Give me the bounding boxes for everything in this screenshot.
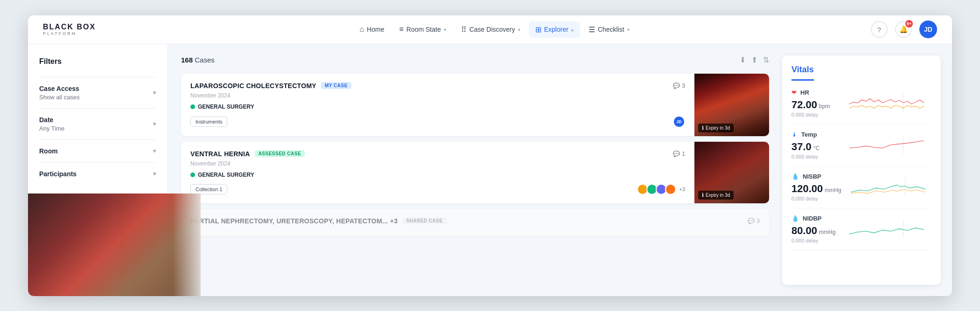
room-state-icon: ≡: [399, 25, 403, 34]
case-thumbnail-2: ℹ Expiry in 3d: [694, 142, 769, 203]
filter-date-value: Any Time: [39, 125, 64, 132]
nidbp-icon: 💧: [791, 215, 799, 222]
nav-checklist[interactable]: ☰ Checklist ▾: [582, 21, 636, 38]
case-comment-2: 💬 1: [673, 151, 685, 157]
temp-unit: °C: [813, 145, 819, 152]
nav-explorer-label: Explorer: [544, 26, 568, 33]
vital-nidbp-header: 💧 NIDBP: [791, 215, 838, 222]
nav-right: ? 🔔 9+ JD: [871, 21, 937, 38]
specialty-label-1: GENERAL SURGERY: [198, 104, 254, 110]
download-button[interactable]: ⬇: [740, 55, 746, 64]
specialty-label-2: GENERAL SURGERY: [198, 172, 254, 178]
nisbp-value: 120.00: [791, 183, 823, 195]
case-tag-instruments: Instruments: [190, 117, 227, 127]
cases-number: 168: [181, 56, 193, 64]
filter-participants-chevron: ▾: [153, 170, 156, 177]
case-badge-1: MY CASE: [321, 82, 351, 89]
vital-nisbp-left: 💧 NISBP 120.00 mmHg 0.000 delay: [791, 173, 841, 201]
temp-delay: 0.000 delay: [791, 154, 838, 159]
nav-home[interactable]: ⌂ Home: [353, 21, 391, 37]
case-avatar-1: JD: [673, 116, 685, 128]
case-card-2[interactable]: VENTRAL HERNIA ASSESSED CASE 💬 1 Novembe…: [181, 142, 769, 203]
cases-header: 168 Cases ⬇ ⬆ ⇅: [181, 55, 769, 64]
filter-room: Room ▾: [39, 139, 156, 162]
nisbp-chart: [845, 178, 931, 196]
cases-actions: ⬇ ⬆ ⇅: [740, 55, 769, 64]
case-title-row-3: PARTIAL NEPHRECTOMY, URETEROSCOPY, HEPAT…: [190, 217, 760, 225]
filter-room-header[interactable]: Room ▾: [39, 147, 156, 155]
case-specialty-1: GENERAL SURGERY: [190, 104, 685, 110]
filters-title: Filters: [39, 57, 156, 66]
expiry-badge-1: ℹ Expiry in 3d: [698, 124, 734, 132]
case-badge-2: ASSESSED CASE: [255, 150, 305, 157]
vitals-panel: Vitals ❤ HR 72.00 bpm 0.000 delay: [782, 55, 941, 285]
upload-button[interactable]: ⬆: [751, 55, 757, 64]
nav-items: ⌂ Home ≡ Room State ▾ ⠿ Case Discovery ▾…: [118, 21, 871, 38]
nisbp-name: NISBP: [803, 173, 821, 180]
filter-case-access-header[interactable]: Case Access Show all cases ▾: [39, 85, 156, 101]
user-avatar[interactable]: JD: [919, 21, 937, 38]
hr-chart: [842, 94, 931, 112]
logo: BLACK BOX PLATFORM: [43, 23, 96, 36]
hr-value: 72.00: [791, 99, 817, 111]
expiry-icon-1: ℹ: [702, 125, 704, 131]
nav-room-state-label: Room State: [406, 26, 441, 33]
vital-temp-header: 🌡 Temp: [791, 131, 838, 138]
nisbp-delay: 0.000 delay: [791, 196, 841, 201]
logo-line2: PLATFORM: [43, 31, 96, 36]
nidbp-chart: [842, 220, 931, 238]
nav-home-label: Home: [367, 26, 384, 33]
hr-icon: ❤: [791, 89, 797, 96]
extra-avatar-count: +3: [679, 187, 685, 192]
comment-count-3: 3: [756, 218, 760, 224]
sort-button[interactable]: ⇅: [763, 55, 769, 64]
case-card-1[interactable]: LAPAROSCOPIC CHOLECYSTECTOMY MY CASE 💬 3…: [181, 74, 769, 136]
nidbp-name: NIDBP: [803, 215, 821, 222]
nav-explorer[interactable]: ⊞ Explorer ▴: [529, 21, 580, 38]
nisbp-unit: mmHg: [825, 187, 841, 194]
case-title-3: PARTIAL NEPHRECTOMY, URETEROSCOPY, HEPAT…: [190, 217, 398, 225]
case-info-2: VENTRAL HERNIA ASSESSED CASE 💬 1 Novembe…: [181, 142, 694, 203]
temp-value: 37.0: [791, 141, 812, 153]
filter-case-access-label: Case Access: [39, 85, 80, 92]
help-button[interactable]: ?: [871, 21, 888, 38]
nav-room-state[interactable]: ≡ Room State ▾: [392, 21, 452, 37]
notifications-button[interactable]: 🔔 9+: [895, 21, 912, 38]
filter-participants-header[interactable]: Participants ▾: [39, 170, 156, 178]
nav-checklist-label: Checklist: [598, 26, 624, 33]
vital-nisbp-inner: 💧 NISBP 120.00 mmHg 0.000 delay: [791, 173, 931, 201]
hr-unit: bpm: [819, 103, 830, 110]
explorer-chevron: ▴: [571, 27, 574, 32]
vital-row-nidbp: 💧 NIDBP 80.00 mmHg 0.000 delay: [791, 208, 931, 250]
comment-count-2: 1: [682, 151, 685, 157]
filter-room-label: Room: [39, 147, 58, 155]
cases-panel: 168 Cases ⬇ ⬆ ⇅ LAPAROSCOPIC CHOLECYSTEC…: [168, 44, 782, 296]
case-discovery-chevron: ▾: [518, 27, 520, 32]
temp-icon: 🌡: [791, 131, 798, 138]
specialty-dot-2: [190, 173, 195, 177]
filter-date: Date Any Time ▾: [39, 108, 156, 139]
vital-nisbp-value-row: 120.00 mmHg: [791, 183, 841, 195]
case-specialty-2: GENERAL SURGERY: [190, 172, 685, 178]
case-badge-3: SHARED CASE: [402, 217, 446, 224]
filter-date-label: Date: [39, 116, 64, 124]
hr-name: HR: [800, 89, 809, 96]
case-card-3[interactable]: PARTIAL NEPHRECTOMY, URETEROSCOPY, HEPAT…: [181, 209, 769, 236]
comment-icon-2: 💬: [673, 151, 680, 157]
case-info-3: PARTIAL NEPHRECTOMY, URETEROSCOPY, HEPAT…: [181, 209, 769, 236]
nav-case-discovery[interactable]: ⠿ Case Discovery ▾: [455, 21, 527, 38]
expiry-icon-2: ℹ: [702, 192, 704, 198]
cases-label: Cases: [195, 56, 215, 64]
vital-nisbp-header: 💧 NISBP: [791, 173, 841, 180]
filter-date-header[interactable]: Date Any Time ▾: [39, 116, 156, 132]
case-comment-3: 💬 3: [748, 218, 760, 224]
nisbp-icon: 💧: [791, 173, 799, 180]
filter-room-chevron: ▾: [153, 147, 156, 154]
vital-row-nisbp: 💧 NISBP 120.00 mmHg 0.000 delay: [791, 166, 931, 208]
logo-line1: BLACK BOX: [43, 23, 96, 31]
comment-count-1: 3: [682, 83, 685, 89]
vital-hr-left: ❤ HR 72.00 bpm 0.000 delay: [791, 89, 838, 117]
explorer-icon: ⊞: [535, 25, 541, 34]
nidbp-value: 80.00: [791, 225, 817, 237]
filter-participants-label: Participants: [39, 170, 77, 178]
